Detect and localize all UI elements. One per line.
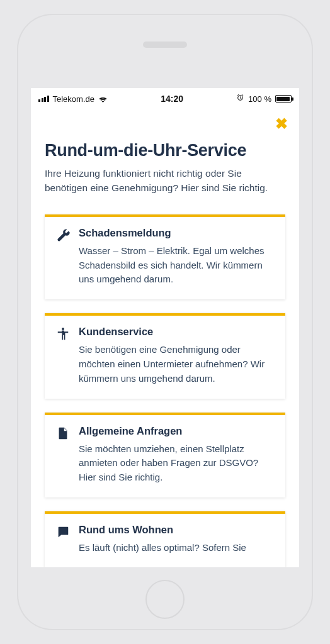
screen: Telekom.de 14:20 100 % ✖ Rund-um-die-Uhr… [31,88,299,567]
card-desc: Wasser – Strom – Elektrik. Egal um welch… [79,244,274,287]
home-button[interactable] [145,580,185,619]
card-title: Allgemeine Anfragen [79,425,274,437]
signal-icon [38,96,49,102]
card-allgemeine-anfragen[interactable]: Allgemeine Anfragen Sie möchten umziehen… [45,413,285,497]
card-rund-ums-wohnen[interactable]: Rund ums Wohnen Es läuft (nicht) alles o… [45,511,285,567]
svg-point-0 [62,328,64,330]
person-icon [56,326,70,386]
clock-label: 14:20 [161,94,183,104]
card-kundenservice[interactable]: Kundenservice Sie benötigen eine Genehmi… [45,313,285,398]
carrier-label: Telekom.de [53,94,94,104]
card-schadensmeldung[interactable]: Schadensmeldung Wasser – Strom – Elektri… [45,214,285,299]
battery-icon [275,95,292,103]
chat-icon [56,524,70,555]
phone-speaker [143,42,187,48]
status-bar: Telekom.de 14:20 100 % [31,88,299,109]
card-title: Kundenservice [79,326,274,338]
wifi-icon [98,96,108,103]
content: Rund-um-die-Uhr-Service Ihre Heizung fun… [31,138,299,567]
card-desc: Sie benötigen eine Genehmigung oder möch… [79,343,274,386]
card-title: Rund ums Wohnen [79,524,274,536]
page-title: Rund-um-die-Uhr-Service [45,141,285,160]
header-row: ✖ [31,109,299,138]
phone-frame: Telekom.de 14:20 100 % ✖ Rund-um-die-Uhr… [17,14,313,630]
card-desc: Es läuft (nicht) alles optimal? Sofern S… [79,541,274,555]
close-icon[interactable]: ✖ [275,116,288,131]
alarm-icon [236,94,244,104]
wrench-icon [56,227,70,287]
page-subtitle: Ihre Heizung funktioniert nicht richtig … [45,167,285,196]
document-icon [56,425,70,485]
card-title: Schadensmeldung [79,227,274,239]
battery-pct: 100 % [248,94,271,104]
card-desc: Sie möchten umziehen, einen Stellplatz a… [79,442,274,485]
